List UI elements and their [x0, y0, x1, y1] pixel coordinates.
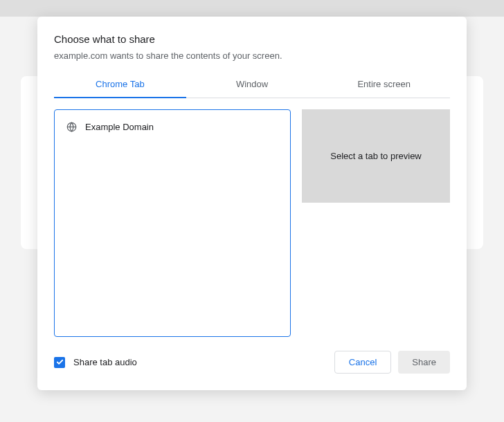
dialog-subtitle: example.com wants to share the contents … — [54, 51, 450, 61]
dialog-title: Choose what to share — [54, 33, 450, 45]
share-type-tabs: Chrome Tab Window Entire screen — [54, 72, 450, 98]
share-audio-option[interactable]: Share tab audio — [54, 357, 137, 368]
share-dialog: Choose what to share example.com wants t… — [37, 17, 467, 390]
share-audio-label: Share tab audio — [73, 357, 137, 367]
preview-pane: Select a tab to preview — [302, 109, 450, 203]
share-button[interactable]: Share — [398, 351, 450, 374]
cancel-button[interactable]: Cancel — [334, 351, 391, 374]
content-area: Example Domain Select a tab to preview — [54, 109, 450, 337]
tab-list-item[interactable]: Example Domain — [66, 118, 279, 135]
share-audio-checkbox[interactable] — [54, 357, 65, 368]
browser-top-bar — [0, 0, 504, 17]
dialog-actions: Cancel Share — [334, 351, 450, 374]
dialog-footer: Share tab audio Cancel Share — [54, 351, 450, 374]
globe-icon — [66, 121, 77, 132]
tab-list-item-label: Example Domain — [85, 122, 154, 132]
tab-chrome-tab[interactable]: Chrome Tab — [54, 72, 186, 98]
tab-window[interactable]: Window — [186, 72, 318, 98]
tab-entire-screen[interactable]: Entire screen — [318, 72, 450, 98]
tab-list[interactable]: Example Domain — [54, 109, 291, 337]
preview-placeholder: Select a tab to preview — [330, 151, 422, 161]
